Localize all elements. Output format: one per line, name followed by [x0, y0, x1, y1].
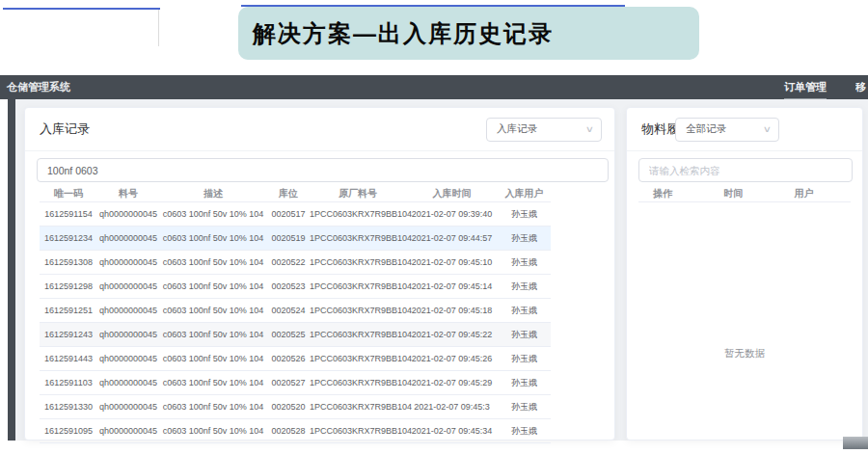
- column-header: 时间: [709, 187, 779, 200]
- collapsed-sidebar-strip: [8, 99, 15, 441]
- table-cell: 孙玉娥: [498, 401, 551, 414]
- menu-item-order-management[interactable]: 订单管理: [784, 75, 827, 99]
- table-cell: 1PCC0603KRX7R9BB104: [310, 209, 406, 219]
- table-row[interactable]: 1612591103qh0000000045c0603 100nf 50v 10…: [40, 371, 551, 395]
- inbound-panel-title: 入库记录: [40, 120, 90, 138]
- table-cell: c0603 100nf 50v 10% 104: [159, 209, 267, 219]
- table-row[interactable]: 1612591234qh0000000045c0603 100nf 50v 10…: [40, 227, 551, 251]
- table-cell: 0020523: [267, 281, 310, 291]
- table-cell: c0603 100nf 50v 10% 104: [159, 233, 267, 243]
- table-cell: qh0000000045: [97, 378, 159, 387]
- table-cell: 1612591234: [40, 233, 97, 243]
- table-row[interactable]: 1612591298qh0000000045c0603 100nf 50v 10…: [40, 275, 551, 299]
- table-cell: 0020525: [267, 330, 310, 339]
- history-panel-header: 物料履历 全部记录 ∨: [627, 108, 862, 151]
- app-topbar: 仓储管理系统 订单管理 移: [0, 75, 868, 99]
- table-row[interactable]: 1612591154qh0000000045c0603 100nf 50v 10…: [40, 202, 551, 227]
- table-cell: 1PCC0603KRX7R9BB104: [310, 330, 406, 339]
- table-cell: 0020519: [267, 233, 310, 243]
- column-header: 原厂料号: [310, 187, 406, 200]
- history-empty-area: 暂无数据: [627, 202, 862, 361]
- chevron-down-icon: ∨: [763, 124, 772, 134]
- table-cell: qh0000000045: [97, 330, 159, 339]
- table-cell: 1612591251: [40, 306, 97, 315]
- table-cell: 1PCC0603KRX7R9BB104: [310, 378, 406, 387]
- table-cell: 2021-02-07 09:45:26: [406, 354, 498, 363]
- column-header: 操作: [638, 187, 709, 200]
- table-cell: 孙玉娥: [498, 425, 551, 438]
- table-cell: c0603 100nf 50v 10% 104: [159, 426, 267, 436]
- table-cell: 孙玉娥: [498, 256, 551, 269]
- table-cell: c0603 100nf 50v 10% 104: [159, 330, 267, 339]
- table-cell: 1PCC0603KRX7R9BB104: [310, 402, 406, 412]
- top-left-accent-line: [3, 8, 160, 10]
- table-cell: 0020517: [267, 209, 310, 219]
- record-type-select-value: 入库记录: [497, 122, 537, 136]
- empty-state-text: 暂无数据: [724, 347, 765, 361]
- column-header: 唯一码: [40, 187, 97, 200]
- table-cell: qh0000000045: [97, 426, 159, 436]
- table-cell: 2021-02-07 09:45:34: [406, 426, 498, 436]
- chevron-down-icon: ∨: [585, 124, 594, 134]
- table-cell: 1PCC0603KRX7R9BB104: [310, 354, 406, 363]
- table-cell: 2021-02-07 09:45:18: [406, 306, 498, 315]
- table-cell: 1612591243: [40, 330, 97, 339]
- scrollbar-corner[interactable]: [843, 437, 868, 449]
- table-cell: 0020522: [267, 257, 310, 267]
- table-cell: 1612591443: [40, 354, 97, 363]
- table-cell: 2021-02-07 09:45:3: [406, 402, 498, 412]
- menu-item-partial[interactable]: 移: [855, 75, 868, 99]
- table-cell: qh0000000045: [97, 233, 159, 243]
- table-cell: qh0000000045: [97, 209, 159, 219]
- table-cell: 1612591103: [40, 378, 97, 387]
- record-type-select[interactable]: 入库记录 ∨: [486, 118, 602, 142]
- table-row[interactable]: 1612591095qh0000000045c0603 100nf 50v 10…: [40, 419, 551, 443]
- table-row[interactable]: 1612591330qh0000000045c0603 100nf 50v 10…: [40, 395, 551, 419]
- table-cell: 1612591330: [40, 402, 97, 412]
- column-header: 入库用户: [498, 187, 551, 200]
- table-cell: 1612591154: [40, 209, 97, 219]
- table-cell: 孙玉娥: [498, 208, 551, 221]
- table-cell: c0603 100nf 50v 10% 104: [159, 354, 267, 363]
- table-cell: 孙玉娥: [498, 353, 551, 365]
- history-filter-select[interactable]: 全部记录 ∨: [675, 118, 779, 142]
- table-cell: 0020526: [267, 354, 310, 363]
- table-cell: qh0000000045: [97, 354, 159, 363]
- history-search-input[interactable]: [638, 158, 853, 182]
- inbound-table: 唯一码料号描述库位原厂料号入库时间入库用户 1612591154qh000000…: [40, 186, 551, 443]
- table-cell: 2021-02-07 09:45:14: [406, 281, 498, 291]
- table-cell: c0603 100nf 50v 10% 104: [159, 402, 267, 412]
- table-cell: 孙玉娥: [498, 329, 551, 341]
- column-header: 库位: [267, 187, 310, 200]
- table-cell: c0603 100nf 50v 10% 104: [159, 306, 267, 315]
- table-cell: qh0000000045: [97, 306, 159, 315]
- table-cell: 1PCC0603KRX7R9BB104: [310, 257, 406, 267]
- inbound-search-input[interactable]: [37, 158, 609, 182]
- table-row[interactable]: 1612591308qh0000000045c0603 100nf 50v 10…: [40, 251, 551, 275]
- table-cell: qh0000000045: [97, 402, 159, 412]
- inbound-table-body: 1612591154qh0000000045c0603 100nf 50v 10…: [40, 202, 551, 443]
- table-cell: 1PCC0603KRX7R9BB104: [310, 281, 406, 291]
- table-cell: 1PCC0603KRX7R9BB104: [310, 233, 406, 243]
- table-cell: qh0000000045: [97, 281, 159, 291]
- table-cell: 2021-02-07 09:44:57: [406, 233, 498, 243]
- table-cell: 0020528: [267, 426, 310, 436]
- table-cell: 1612591298: [40, 281, 97, 291]
- app-title: 仓储管理系统: [7, 80, 70, 94]
- slide-page: 解决方案—出入库历史记录 仓储管理系统 订单管理 移 入库记录 入库记录 ∨ 唯…: [0, 0, 868, 454]
- table-cell: 1PCC0603KRX7R9BB104: [310, 426, 406, 436]
- table-row[interactable]: 1612591243qh0000000045c0603 100nf 50v 10…: [40, 323, 551, 347]
- vertical-divider-line: [158, 10, 159, 46]
- table-row[interactable]: 1612591251qh0000000045c0603 100nf 50v 10…: [40, 299, 551, 323]
- material-history-panel: 物料履历 全部记录 ∨ 操作时间用户 暂无数据: [626, 107, 863, 441]
- inbound-records-panel: 入库记录 入库记录 ∨ 唯一码料号描述库位原厂料号入库时间入库用户 161259…: [24, 107, 615, 441]
- table-cell: 孙玉娥: [498, 280, 551, 293]
- table-cell: 1612591308: [40, 257, 97, 267]
- table-cell: c0603 100nf 50v 10% 104: [159, 281, 267, 291]
- table-row[interactable]: 1612591443qh0000000045c0603 100nf 50v 10…: [40, 347, 551, 371]
- title-banner: 解决方案—出入库历史记录: [238, 7, 699, 60]
- table-cell: 1PCC0603KRX7R9BB104: [310, 306, 406, 315]
- column-header: 入库时间: [406, 187, 498, 200]
- inbound-panel-header: 入库记录 入库记录 ∨: [25, 108, 614, 151]
- table-cell: 孙玉娥: [498, 305, 551, 317]
